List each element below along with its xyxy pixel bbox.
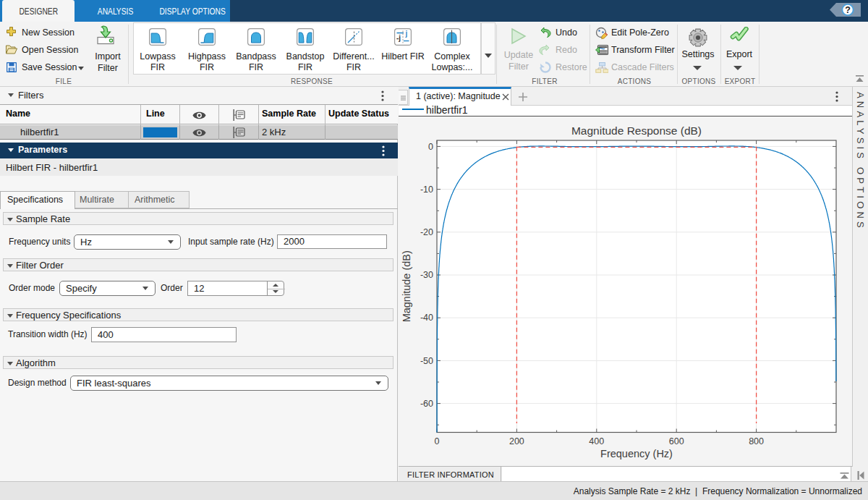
- svg-text:-50: -50: [420, 356, 433, 366]
- svg-text:800: 800: [749, 436, 764, 446]
- svg-text:200: 200: [509, 436, 524, 446]
- svg-text:0: 0: [428, 142, 433, 152]
- svg-text:-j: -j: [396, 34, 401, 42]
- svg-text:-10: -10: [420, 185, 433, 195]
- svg-text:j: j: [405, 30, 408, 38]
- svg-text:Magnitude (dB): Magnitude (dB): [401, 250, 412, 322]
- svg-text:Frequency (Hz): Frequency (Hz): [600, 448, 673, 459]
- svg-text:Magnitude Response (dB): Magnitude Response (dB): [571, 124, 702, 137]
- svg-text:-20: -20: [420, 227, 433, 237]
- svg-text:400: 400: [589, 436, 604, 446]
- svg-text:600: 600: [669, 436, 684, 446]
- svg-text:-40: -40: [420, 313, 433, 323]
- svg-text:?: ?: [845, 5, 851, 15]
- svg-text:0: 0: [435, 436, 440, 446]
- svg-text:-60: -60: [420, 399, 433, 409]
- svg-text:-30: -30: [420, 270, 433, 280]
